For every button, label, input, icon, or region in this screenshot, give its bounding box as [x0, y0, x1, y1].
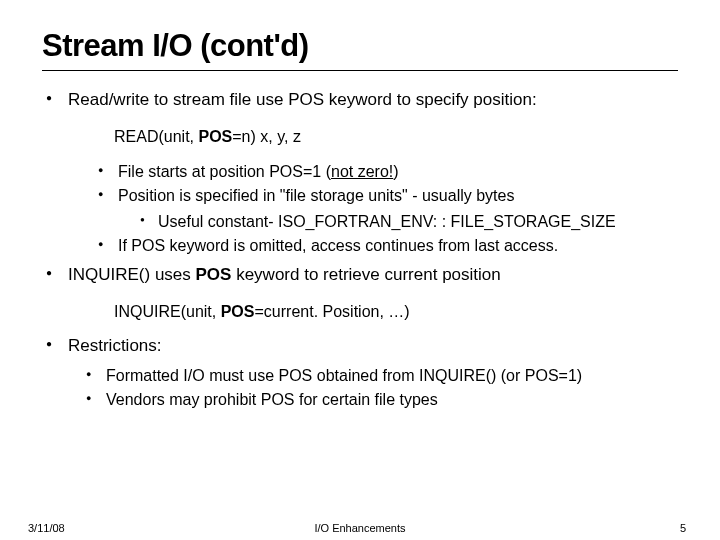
bold-text: POS [196, 265, 232, 284]
bullet-item: Restrictions: Formatted I/O must use POS… [46, 335, 678, 412]
code-line: INQUIRE(unit, POS=current. Position, …) [114, 303, 678, 321]
sub-sub-bullet-list: Useful constant- ISO_FORTRAN_ENV: : FILE… [118, 210, 678, 234]
code-text: =n) x, y, z [232, 128, 301, 145]
bullet-list: Read/write to stream file use POS keywor… [42, 89, 678, 112]
sub-bullet-list: File starts at position POS=1 (not zero!… [42, 160, 678, 258]
bullet-item: Vendors may prohibit POS for certain fil… [86, 388, 678, 412]
bullet-list: INQUIRE() uses POS keyword to retrieve c… [42, 264, 678, 287]
code-keyword: POS [198, 128, 232, 145]
bullet-item: File starts at position POS=1 (not zero!… [98, 160, 678, 184]
title-rule [42, 70, 678, 71]
bullet-text: Position is specified in "file storage u… [118, 187, 514, 204]
bullet-item: If POS keyword is omitted, access contin… [98, 234, 678, 258]
bullet-item: Position is specified in "file storage u… [98, 184, 678, 234]
bullet-item: INQUIRE() uses POS keyword to retrieve c… [46, 264, 678, 287]
bullet-text: Restrictions: [68, 336, 162, 355]
code-line: READ(unit, POS=n) x, y, z [114, 128, 678, 146]
code-text: =current. Position, …) [254, 303, 409, 320]
code-keyword: POS [221, 303, 255, 320]
code-text: READ(unit, [114, 128, 198, 145]
bullet-text: keyword to retrieve current position [231, 265, 500, 284]
bullet-list: Restrictions: Formatted I/O must use POS… [42, 335, 678, 412]
code-text: INQUIRE(unit, [114, 303, 221, 320]
footer-center: I/O Enhancements [0, 522, 720, 534]
slide-title: Stream I/O (cont'd) [42, 28, 678, 64]
sub-bullet-list: Formatted I/O must use POS obtained from… [68, 364, 678, 412]
slide: Stream I/O (cont'd) Read/write to stream… [0, 0, 720, 540]
footer-page-number: 5 [680, 522, 686, 534]
bullet-text: ) [393, 163, 398, 180]
bullet-item: Read/write to stream file use POS keywor… [46, 89, 678, 112]
bullet-item: Useful constant- ISO_FORTRAN_ENV: : FILE… [140, 210, 678, 234]
underlined-text: not zero! [331, 163, 393, 180]
bullet-text: File starts at position POS=1 ( [118, 163, 331, 180]
bullet-text: INQUIRE() uses [68, 265, 196, 284]
bullet-item: Formatted I/O must use POS obtained from… [86, 364, 678, 388]
